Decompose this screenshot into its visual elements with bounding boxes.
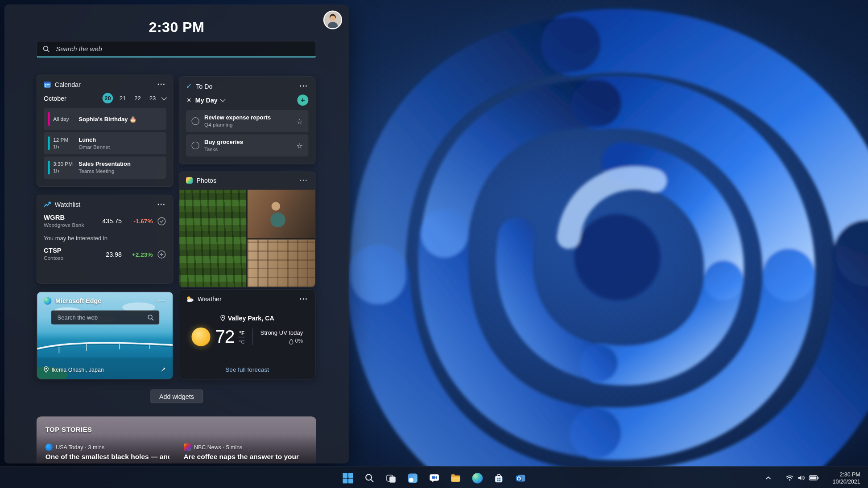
tray-chevron-up-icon[interactable]	[763, 473, 774, 482]
more-options-icon[interactable]	[156, 202, 166, 207]
taskbar-clock[interactable]: 2:30 PM 10/20/2021	[829, 470, 864, 486]
photos-icon	[186, 177, 193, 184]
weather-location: Valley Park, CA	[228, 315, 274, 321]
todo-widget[interactable]: ✓ To Do ☀ My Day + Review expense report…	[179, 76, 316, 164]
calendar-event-row[interactable]: All day Sophia's Birthday 🎂	[44, 108, 166, 130]
todo-task-row[interactable]: Review expense reports Q4 planning ☆	[186, 110, 308, 132]
event-duration: 1h	[53, 143, 79, 150]
panel-clock: 2:30 PM	[4, 19, 349, 36]
more-options-icon[interactable]	[298, 297, 308, 302]
wifi-icon	[785, 475, 794, 481]
todo-list-name[interactable]: My Day	[195, 97, 218, 103]
task-title: Review expense reports	[204, 114, 271, 121]
chevron-down-icon[interactable]	[161, 94, 167, 100]
photos-widget[interactable]: Photos	[179, 172, 316, 288]
usa-today-favicon	[45, 443, 53, 451]
task-title: Buy groceries	[204, 138, 243, 145]
more-options-icon[interactable]	[298, 84, 308, 89]
chat-button[interactable]	[425, 469, 443, 486]
add-circle-icon[interactable]	[157, 250, 166, 259]
add-task-button[interactable]: +	[297, 94, 308, 106]
widgets-button[interactable]	[403, 469, 422, 486]
story-headline: One of the smallest black holes — and	[45, 453, 169, 460]
search-icon	[43, 45, 50, 53]
calendar-date[interactable]: 23	[147, 93, 158, 104]
store-button[interactable]	[489, 469, 508, 486]
photo-collage	[179, 190, 315, 287]
calendar-widget[interactable]: Calendar October 20 21 22 23 All day Sop…	[37, 75, 174, 187]
calendar-date[interactable]: 21	[117, 93, 128, 104]
news-story[interactable]: NBC News · 5 mins Are coffee naps the an…	[183, 443, 307, 460]
event-time: All day	[53, 115, 79, 122]
top-stories-title: TOP STORIES	[45, 426, 307, 434]
edge-title: Microsoft Edge	[55, 298, 101, 304]
start-button[interactable]	[338, 469, 357, 486]
task-view-icon	[385, 473, 396, 484]
web-search-bar[interactable]	[37, 41, 316, 57]
avatar[interactable]	[323, 11, 342, 29]
top-stories-section: TOP STORIES USA Today · 3 mins One of th…	[37, 417, 316, 463]
star-icon[interactable]: ☆	[296, 141, 302, 150]
edge-icon	[44, 297, 51, 304]
calendar-event-row[interactable]: 3:30 PM 1h Sales Presentation Teams Meet…	[44, 156, 166, 179]
photo-vertical-garden[interactable]	[179, 190, 246, 287]
todo-title: To Do	[196, 83, 212, 90]
unit-celsius[interactable]: °C	[239, 338, 245, 344]
taskbar-search-button[interactable]	[360, 469, 379, 486]
more-options-icon[interactable]	[156, 299, 166, 303]
event-time: 12 PM	[53, 137, 79, 144]
outlook-icon	[515, 473, 526, 484]
photos-title: Photos	[197, 177, 216, 184]
system-tray-status[interactable]	[783, 472, 821, 484]
event-title: Sales Presentation	[79, 160, 131, 168]
task-checkbox[interactable]	[191, 117, 199, 125]
stock-chart-icon	[44, 201, 51, 208]
edge-button[interactable]	[468, 469, 487, 486]
search-input[interactable]	[55, 45, 310, 53]
event-title: Lunch	[79, 136, 110, 143]
nbc-news-favicon	[183, 443, 190, 451]
todo-task-row[interactable]: Buy groceries Tasks ☆	[186, 135, 308, 157]
weather-icon	[186, 295, 194, 303]
plus-icon: +	[301, 96, 305, 103]
calendar-date[interactable]: 22	[132, 93, 143, 104]
chat-video-icon	[429, 473, 439, 484]
tray-date: 10/20/2021	[833, 478, 860, 485]
see-full-forecast-link[interactable]: See full forecast	[179, 366, 315, 373]
event-duration: 1h	[53, 168, 79, 174]
event-color-bar	[48, 112, 50, 126]
star-icon[interactable]: ☆	[296, 117, 302, 125]
photo-workshop[interactable]	[248, 190, 315, 238]
stock-row[interactable]: CTSP Contoso 23.98 +2.23%	[44, 247, 166, 262]
edge-widget[interactable]: Microsoft Edge Ikema Ohashi, Japan ↗	[37, 291, 174, 379]
outlook-button[interactable]	[511, 469, 530, 486]
story-meta: USA Today · 3 mins	[56, 444, 104, 451]
add-widgets-button[interactable]: Add widgets	[150, 390, 203, 403]
photo-tools-pegboard[interactable]	[248, 239, 315, 287]
stock-change: +2.23%	[126, 251, 153, 258]
unit-fahrenheit[interactable]: °F	[239, 329, 244, 336]
tray-time: 2:30 PM	[833, 471, 860, 478]
more-options-icon[interactable]	[156, 82, 166, 87]
weather-widget[interactable]: Weather Valley Park, CA 72 °F °C	[179, 289, 316, 379]
droplet-icon	[289, 338, 293, 344]
watchlist-widget[interactable]: Watchlist WGRB Woodgrove Bank 435.75 -1.…	[37, 195, 174, 284]
file-explorer-button[interactable]	[446, 469, 465, 486]
more-options-icon[interactable]	[298, 178, 308, 183]
todo-check-icon: ✓	[186, 82, 192, 90]
edge-search-bar[interactable]	[51, 310, 159, 324]
chevron-down-icon[interactable]	[220, 97, 225, 102]
stock-row[interactable]: WGRB Woodgrove Bank 435.75 -1.67%	[44, 214, 166, 228]
calendar-event-row[interactable]: 12 PM 1h Lunch Omar Bennet	[44, 132, 166, 155]
task-view-button[interactable]	[381, 469, 400, 486]
task-checkbox[interactable]	[191, 142, 199, 149]
check-circle-icon[interactable]	[157, 217, 166, 226]
external-link-icon[interactable]: ↗	[161, 365, 166, 373]
calendar-date-selected[interactable]: 20	[103, 93, 113, 104]
news-story[interactable]: USA Today · 3 mins One of the smallest b…	[45, 443, 169, 460]
stock-change: -1.67%	[126, 218, 153, 225]
edge-search-input[interactable]	[56, 314, 144, 321]
location-pin-icon	[44, 366, 49, 373]
calendar-month-label: October	[44, 95, 66, 102]
event-subtitle: Teams Meeting	[79, 168, 131, 175]
